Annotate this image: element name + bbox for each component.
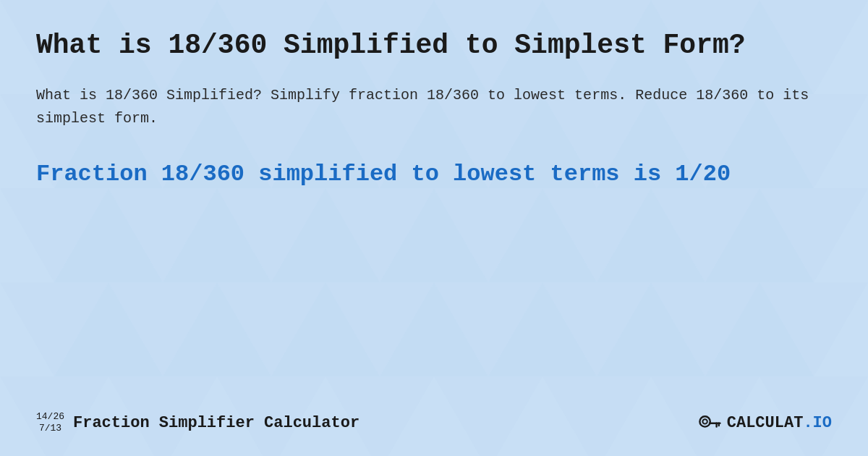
- page-footer: 14/26 7/13 Fraction Simplifier Calculato…: [36, 404, 832, 434]
- footer-fraction: 14/26 7/13: [36, 411, 64, 434]
- logo-highlight: .IO: [803, 414, 832, 432]
- page-title: What is 18/360 Simplified to Simplest Fo…: [36, 29, 832, 62]
- footer-brand-text: Fraction Simplifier Calculator: [73, 414, 359, 432]
- svg-point-69: [699, 416, 710, 426]
- fraction-top: 14/26: [36, 411, 64, 423]
- fraction-bottom: 7/13: [39, 423, 61, 434]
- page-description: What is 18/360 Simplified? Simplify frac…: [36, 84, 832, 130]
- svg-point-70: [702, 419, 707, 423]
- result-heading: Fraction 18/360 simplified to lowest ter…: [36, 159, 832, 190]
- footer-left: 14/26 7/13 Fraction Simplifier Calculato…: [36, 411, 359, 434]
- footer-logo: CALCULAT.IO: [698, 411, 832, 434]
- logo-text: CALCULAT.IO: [727, 414, 832, 432]
- key-icon: [698, 411, 721, 434]
